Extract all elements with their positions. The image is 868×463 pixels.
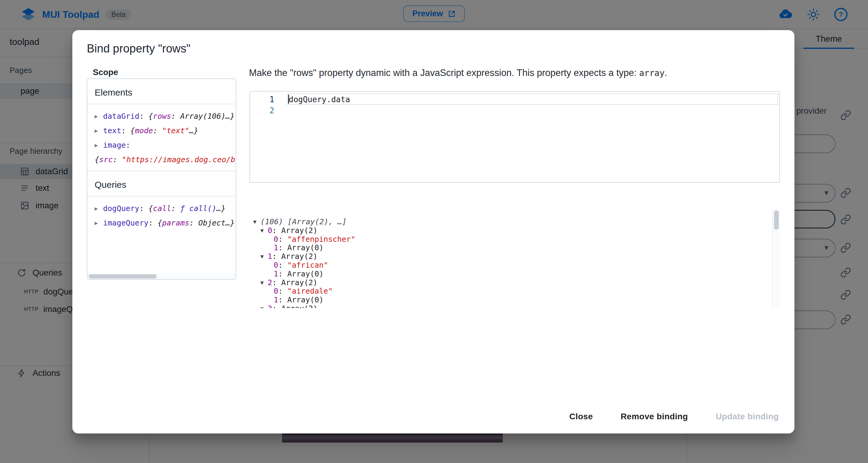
object-preview: {mode: "text"…} xyxy=(130,124,198,138)
result-row[interactable]: ▼3: Array(2) xyxy=(250,304,780,308)
bind-property-dialog: Bind property "rows" Scope Elements ▶dat… xyxy=(72,30,795,433)
result-row[interactable]: ▼(106) [Array(2), …] xyxy=(250,218,780,226)
dialog-actions: Close Remove binding Update binding xyxy=(548,407,785,426)
punctuation: : xyxy=(126,141,130,150)
punctuation: : xyxy=(139,204,148,213)
object-preview: {params: Object…} xyxy=(158,216,235,230)
scope-item-name: image xyxy=(103,141,126,150)
scope-item-dogquery[interactable]: ▶dogQuery: {call: ƒ call()…} xyxy=(95,202,236,216)
result-row: 0: "african" xyxy=(250,261,780,270)
elements-tree: ▶dataGrid: {rows: Array(106)…} ▶text: {m… xyxy=(87,104,236,171)
result-row: 1: Array(0) xyxy=(250,244,780,252)
scope-item-image[interactable]: ▶image: {src: "https://images.dog.ceo/br… xyxy=(95,138,236,167)
result-row[interactable]: ▼1: Array(2) xyxy=(250,252,780,261)
expanded-arrow-icon[interactable]: ▼ xyxy=(253,218,260,226)
line-number: 2 xyxy=(250,105,274,116)
result-row: 1: Array(0) xyxy=(250,270,780,279)
scope-browser: Elements ▶dataGrid: {rows: Array(106)…} … xyxy=(87,79,236,280)
scrollbar-thumb[interactable] xyxy=(89,274,157,279)
app-root: MUI Toolpad Beta Preview ? toolpad Pages… xyxy=(0,0,868,463)
remove-binding-button[interactable]: Remove binding xyxy=(615,407,694,426)
line-number-gutter: 1 2 xyxy=(250,94,274,116)
queries-header: Queries xyxy=(87,171,236,196)
collapsed-arrow-icon[interactable]: ▶ xyxy=(95,109,103,124)
array-preview: (106) [Array(2), …] xyxy=(260,217,347,226)
current-line-highlight xyxy=(287,93,778,105)
scope-item-text[interactable]: ▶text: {mode: "text"…} xyxy=(95,124,236,138)
vertical-scrollbar[interactable] xyxy=(772,209,780,308)
horizontal-scrollbar[interactable] xyxy=(87,274,236,279)
result-row: 1: Array(0) xyxy=(250,296,780,304)
scope-item-name: dataGrid xyxy=(103,112,139,121)
scope-item-name: text xyxy=(103,126,121,135)
line-number: 1 xyxy=(250,94,274,105)
object-preview: {rows: Array(106)…} xyxy=(149,109,235,124)
expected-type: array xyxy=(639,68,664,78)
collapsed-arrow-icon[interactable]: ▶ xyxy=(95,124,103,138)
dialog-instruction: Make the "rows" property dynamic with a … xyxy=(249,67,667,79)
punctuation: : xyxy=(149,219,158,227)
collapsed-arrow-icon[interactable]: ▶ xyxy=(95,138,103,153)
punctuation: : xyxy=(121,126,130,135)
scope-item-name: imageQuery xyxy=(103,219,149,227)
object-preview: {call: ƒ call()…} xyxy=(149,202,226,216)
collapsed-arrow-icon[interactable]: ▶ xyxy=(95,202,103,216)
scope-item-name: dogQuery xyxy=(103,204,139,213)
scope-item-imagequery[interactable]: ▶imageQuery: {params: Object…} xyxy=(95,216,236,230)
update-binding-button[interactable]: Update binding xyxy=(710,407,785,426)
object-preview: {src: "https://images.dog.ceo/bre xyxy=(95,153,236,167)
result-row[interactable]: ▼0: Array(2) xyxy=(250,226,780,235)
collapsed-arrow-icon[interactable]: ▶ xyxy=(95,216,103,230)
code-line: dogQuery.data xyxy=(289,94,350,105)
expanded-arrow-icon[interactable]: ▼ xyxy=(260,252,268,261)
dialog-title: Bind property "rows" xyxy=(87,42,190,55)
result-row[interactable]: ▼2: Array(2) xyxy=(250,279,780,287)
evaluation-result-tree: ▼(106) [Array(2), …] ▼0: Array(2) 0: "af… xyxy=(250,209,780,308)
scope-item-datagrid[interactable]: ▶dataGrid: {rows: Array(106)…} xyxy=(95,109,236,124)
punctuation: : xyxy=(139,112,148,121)
elements-header: Elements xyxy=(87,79,236,104)
scrollbar-thumb[interactable] xyxy=(774,210,779,230)
js-expression-editor[interactable]: 1 2 dogQuery.data xyxy=(250,91,780,183)
scope-label: Scope xyxy=(93,67,118,77)
result-row: 0: "affenpinscher" xyxy=(250,235,780,244)
result-row: 0: "airedale" xyxy=(250,287,780,296)
expanded-arrow-icon[interactable]: ▼ xyxy=(260,304,268,308)
close-button[interactable]: Close xyxy=(563,407,599,426)
expanded-arrow-icon[interactable]: ▼ xyxy=(260,226,268,235)
expanded-arrow-icon[interactable]: ▼ xyxy=(260,279,268,287)
queries-tree: ▶dogQuery: {call: ƒ call()…} ▶imageQuery… xyxy=(87,196,236,234)
